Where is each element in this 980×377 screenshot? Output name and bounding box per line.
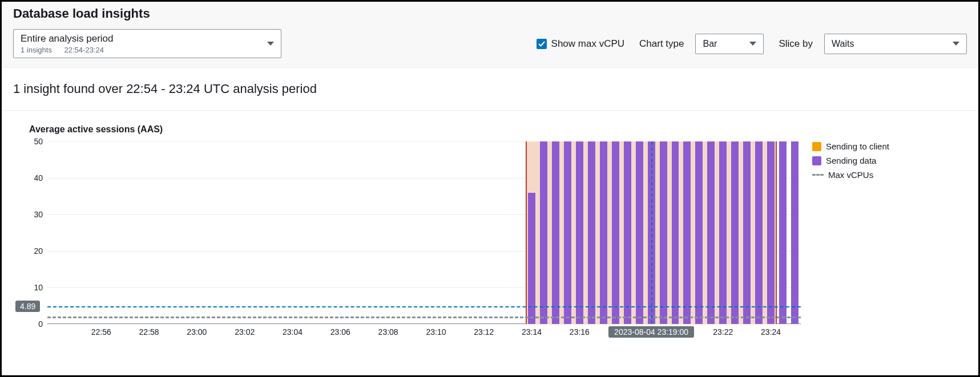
- x-axis-tick: 23:14: [522, 327, 542, 337]
- x-axis-tick: 23:16: [570, 327, 590, 337]
- controls-row: Entire analysis period 1 insights 22:54-…: [13, 29, 967, 58]
- chart-bar[interactable]: [755, 141, 763, 324]
- chart-bar[interactable]: [731, 141, 739, 324]
- legend-label: Max vCPUs: [828, 170, 873, 180]
- chart-bar[interactable]: [624, 141, 631, 324]
- x-axis-tick: 22:58: [139, 327, 159, 337]
- chart-bar[interactable]: [683, 141, 691, 324]
- y-axis-tick: 10: [34, 283, 43, 292]
- chevron-down-icon: [749, 42, 756, 46]
- slice-by-value: Waits: [832, 39, 854, 49]
- y-axis-tick: 0: [38, 319, 43, 329]
- chart-type-value: Bar: [703, 39, 717, 49]
- legend-swatch: [812, 142, 821, 151]
- avg-value-badge: 4.89: [15, 301, 40, 312]
- legend-label: Sending to client: [826, 141, 889, 151]
- x-axis-tick: 23:04: [283, 327, 303, 337]
- legend-swatch: [812, 156, 821, 165]
- chart-type-select[interactable]: Bar: [695, 34, 764, 54]
- x-axis-tick: 23:10: [426, 327, 446, 337]
- x-axis-tick: 23:12: [474, 327, 494, 337]
- legend-dash-icon: [812, 174, 824, 176]
- x-axis-tick: 23:06: [330, 327, 350, 337]
- chart-bar[interactable]: [660, 141, 667, 324]
- chart-bar[interactable]: [719, 141, 727, 324]
- max-vcpu-reference-line: [47, 317, 801, 318]
- chart-bar[interactable]: [779, 141, 787, 324]
- checkbox-checked-icon: [537, 39, 547, 49]
- time-cursor-line: [651, 141, 652, 324]
- x-axis-tick: 23:00: [187, 327, 207, 337]
- x-axis-tick: 23:22: [713, 327, 733, 337]
- chart-bar[interactable]: [636, 141, 643, 324]
- chart-bar[interactable]: [552, 141, 559, 324]
- legend-item-sending-to-client[interactable]: Sending to client: [812, 141, 889, 151]
- chart-bar[interactable]: [707, 141, 715, 324]
- x-axis-tick: 23:02: [235, 327, 255, 337]
- analysis-period-select[interactable]: Entire analysis period 1 insights 22:54-…: [13, 29, 281, 58]
- chart-legend: Sending to client Sending data Max vCPUs: [812, 141, 889, 184]
- y-axis-tick: 20: [34, 246, 43, 256]
- chart-bar[interactable]: [743, 141, 751, 324]
- avg-reference-line: [47, 306, 801, 307]
- chart-area: Average active sessions (AAS) 0102030405…: [2, 111, 978, 330]
- legend-item-max-vcpus[interactable]: Max vCPUs: [812, 170, 889, 180]
- chevron-down-icon: [267, 42, 274, 46]
- chart-bar[interactable]: [576, 141, 583, 324]
- legend-item-sending-data[interactable]: Sending data: [812, 156, 889, 165]
- insight-summary: 1 insight found over 22:54 - 23:24 UTC a…: [2, 68, 978, 111]
- chart-bar[interactable]: [695, 141, 703, 324]
- chart-title: Average active sessions (AAS): [29, 124, 967, 135]
- legend-label: Sending data: [826, 156, 876, 165]
- x-axis-tick: 22:56: [91, 327, 111, 337]
- header-section: Database load insights Entire analysis p…: [2, 2, 978, 68]
- page-title: Database load insights: [13, 6, 967, 21]
- chart-bar[interactable]: [600, 141, 607, 324]
- time-cursor-badge: 2023-08-04 23:19:00: [608, 326, 694, 338]
- chart-bar[interactable]: [588, 141, 595, 324]
- y-axis-tick: 50: [34, 137, 43, 146]
- chart-type-label: Chart type: [639, 38, 684, 50]
- slice-by-label: Slice by: [779, 38, 813, 50]
- chart-bar[interactable]: [791, 141, 798, 324]
- slice-by-select[interactable]: Waits: [824, 34, 967, 54]
- aas-bar-chart[interactable]: 010203040504.892023-08-04 23:19:0022:562…: [47, 141, 801, 324]
- chart-bar[interactable]: [612, 141, 619, 324]
- chart-bar[interactable]: [564, 141, 571, 324]
- period-select-label: Entire analysis period: [21, 33, 114, 44]
- chevron-down-icon: [953, 42, 959, 46]
- chart-bar[interactable]: [528, 193, 535, 324]
- x-axis-tick: 23:08: [378, 327, 398, 337]
- x-axis-tick: 23:24: [761, 327, 781, 337]
- show-max-vcpu-checkbox[interactable]: Show max vCPU: [537, 38, 624, 50]
- show-max-vcpu-label: Show max vCPU: [551, 38, 624, 50]
- y-axis-tick: 40: [34, 173, 43, 183]
- chart-bar[interactable]: [540, 141, 547, 324]
- period-time-range: 22:54-23:24: [64, 46, 104, 54]
- period-insights-count: 1 insights: [21, 46, 52, 54]
- chart-bar[interactable]: [767, 141, 775, 324]
- y-axis-tick: 30: [34, 210, 43, 219]
- chart-bar[interactable]: [672, 141, 679, 324]
